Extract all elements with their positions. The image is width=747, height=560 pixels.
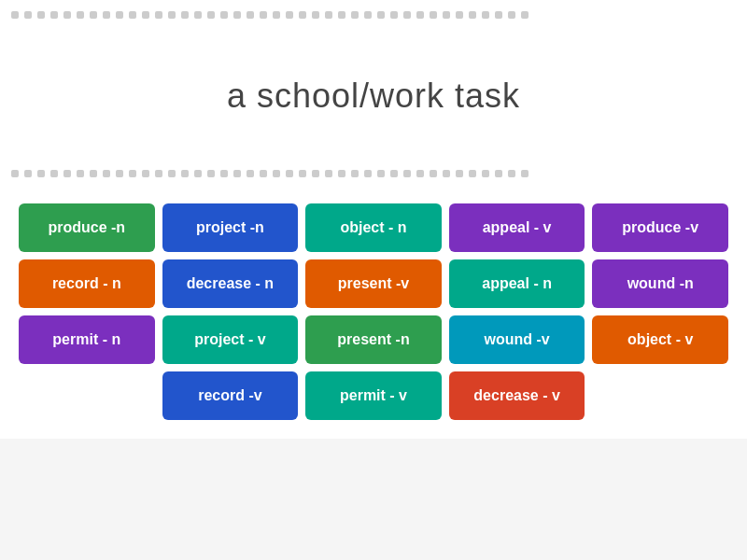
word-button[interactable]: wound -v <box>449 315 585 364</box>
word-button[interactable]: present -n <box>305 315 442 364</box>
word-button[interactable]: object - v <box>592 315 728 364</box>
title-area: a school/work task <box>0 30 747 162</box>
page-title: a school/work task <box>227 77 520 115</box>
word-button[interactable]: permit - n <box>19 315 155 364</box>
word-button[interactable]: produce -n <box>19 203 155 252</box>
word-button[interactable]: present -v <box>305 259 442 308</box>
word-button[interactable]: decrease - n <box>162 259 299 308</box>
word-button[interactable]: object - n <box>305 203 442 252</box>
word-button[interactable]: record - n <box>19 259 155 308</box>
word-grid: produce -nproject -nobject - nappeal - v… <box>19 203 728 420</box>
word-grid-area: produce -nproject -nobject - nappeal - v… <box>0 185 747 439</box>
word-button[interactable]: wound -n <box>592 259 728 308</box>
word-button[interactable]: project - v <box>162 315 299 364</box>
word-button[interactable]: record -v <box>162 371 299 420</box>
word-button[interactable]: appeal - n <box>449 259 585 308</box>
word-button[interactable]: permit - v <box>305 371 442 420</box>
top-dashed-strip <box>0 0 747 30</box>
word-button[interactable]: project -n <box>162 203 299 252</box>
word-button[interactable]: decrease - v <box>449 371 585 420</box>
middle-dashed-strip <box>0 162 747 185</box>
word-button[interactable]: appeal - v <box>449 203 585 252</box>
word-button[interactable]: produce -v <box>592 203 728 252</box>
